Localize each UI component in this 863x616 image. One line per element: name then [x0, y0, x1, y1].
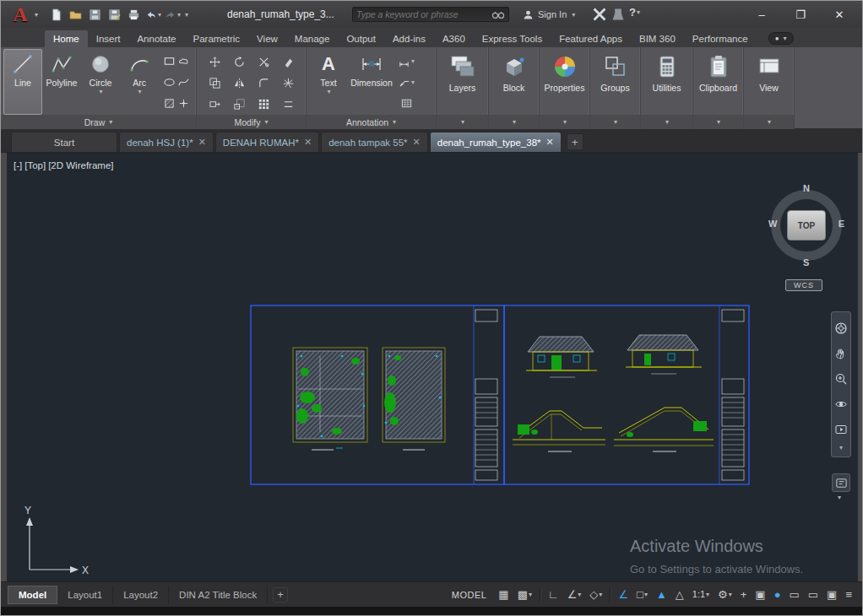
ortho-mode-button[interactable]: ∟ [545, 585, 562, 605]
stretch-icon[interactable] [203, 94, 227, 115]
ribbon-tab-parametric[interactable]: Parametric [185, 30, 249, 47]
quick-properties-button[interactable]: ▣ [752, 585, 768, 605]
ribbon-tab-add-ins[interactable]: Add-ins [384, 30, 434, 47]
pan-hand-icon[interactable] [832, 341, 850, 366]
rotate-icon[interactable] [227, 51, 252, 73]
file-tab-denah-tampak[interactable]: denah tampak 55*✕ [321, 132, 428, 152]
chevron-down-icon[interactable]: ▾ [411, 78, 415, 86]
wcs-button[interactable]: WCS [785, 279, 822, 291]
text-button[interactable]: A Text ▾ [309, 49, 348, 115]
viewcube-north[interactable]: N [803, 183, 810, 193]
block-button[interactable]: Block [495, 51, 534, 94]
ribbon-tab-express-tools[interactable]: Express Tools [474, 30, 551, 47]
search-input[interactable] [356, 9, 491, 19]
viewcube-east[interactable]: E [839, 219, 844, 229]
annotation-monitor-button[interactable]: + [737, 585, 751, 605]
polyline-button[interactable]: Polyline [42, 49, 81, 115]
offset-icon[interactable] [276, 94, 301, 115]
copy-icon[interactable] [203, 73, 227, 94]
navigation-extra-button[interactable] [832, 473, 850, 492]
rectangle-icon[interactable] [162, 51, 176, 72]
qat-customize-button[interactable]: ▾ [185, 11, 188, 19]
multileader-icon[interactable]: ▾ [398, 72, 415, 93]
ellipse-icon[interactable] [162, 72, 176, 93]
model-space-canvas[interactable]: [-] [Top] [2D Wireframe] N W E S TOP WCS… [7, 153, 858, 581]
explode-icon[interactable] [276, 73, 301, 94]
annotation-scale-button[interactable]: 1:1▾ [689, 585, 713, 605]
layout-tab-model[interactable]: Model [8, 586, 57, 604]
viewcube-south[interactable]: S [803, 257, 809, 267]
file-tab-start[interactable]: Start [11, 132, 117, 152]
help-search-box[interactable] [352, 7, 509, 22]
viewcube[interactable]: N W E S TOP [766, 185, 847, 266]
sign-in-button[interactable]: Sign In ▾ [523, 6, 575, 23]
table-icon[interactable] [398, 93, 415, 114]
autodesk-apps-button[interactable] [611, 8, 626, 21]
annotation-panel-expander[interactable]: Annotation ▾ [307, 115, 436, 129]
circle-button[interactable]: Circle ▾ [81, 49, 120, 115]
zoom-icon[interactable] [832, 366, 850, 392]
binoculars-search-icon[interactable] [491, 10, 505, 19]
ribbon-tab-output[interactable]: Output [338, 30, 384, 47]
utilities-panel-expander[interactable]: ▾ [641, 115, 692, 129]
orbit-icon[interactable] [832, 392, 850, 417]
properties-panel-expander[interactable]: ▾ [540, 115, 589, 129]
viewcube-west[interactable]: W [768, 219, 777, 229]
chevron-down-icon[interactable]: ▾ [599, 591, 602, 598]
help-button[interactable]: ? ▾ [629, 6, 640, 19]
linear-dimension-icon[interactable]: ▾ [398, 51, 415, 72]
object-snap-button[interactable]: □▾ [633, 585, 651, 605]
isometric-drafting-button[interactable]: ◇▾ [586, 585, 605, 605]
file-tab-denah-rumah-type-38[interactable]: denah_rumah_type_38*✕ [430, 132, 562, 152]
point-icon[interactable] [176, 93, 191, 114]
grid-display-button[interactable]: ▦ [495, 585, 512, 605]
layers-panel-expander[interactable]: ▾ [437, 115, 488, 129]
ucs-icon[interactable]: Y X [11, 505, 95, 576]
polar-tracking-button[interactable]: ∠▾ [564, 585, 585, 605]
chevron-down-icon[interactable]: ▾ [729, 591, 732, 598]
clipboard-button[interactable]: Clipboard [699, 51, 738, 94]
view-panel-expander[interactable]: ▾ [744, 115, 794, 129]
workspace-switching-button[interactable]: ⚙▾ [714, 585, 735, 605]
save-as-button[interactable] [106, 7, 122, 22]
open-button[interactable] [68, 7, 84, 22]
chevron-down-icon[interactable]: ▾ [327, 88, 330, 95]
layout-tab-din-a2[interactable]: DIN A2 Title Block [169, 586, 268, 604]
ribbon-tab-a360[interactable]: A360 [434, 30, 474, 47]
graphics-performance-button[interactable]: ▭ [786, 585, 803, 605]
model-space-toggle[interactable]: MODEL [445, 590, 494, 600]
annotation-autoscale-button[interactable]: △ [672, 585, 687, 605]
new-drawing-tab-button[interactable]: + [567, 133, 583, 150]
revision-cloud-icon[interactable] [176, 51, 191, 72]
line-button[interactable]: Line [3, 49, 42, 115]
utilities-button[interactable]: Utilities [648, 51, 687, 94]
save-button[interactable] [87, 7, 103, 22]
plot-details-button[interactable]: ▭ [805, 585, 822, 605]
ribbon-tab-home[interactable]: Home [45, 30, 88, 47]
hatch-icon[interactable] [162, 93, 176, 114]
chevron-down-icon[interactable]: ▾ [158, 11, 161, 19]
clean-screen-button[interactable]: ▣ [823, 585, 840, 605]
minimize-button[interactable]: – [742, 1, 781, 28]
close-button[interactable]: ✕ [820, 1, 859, 28]
snap-mode-button[interactable]: ▩▾ [514, 585, 535, 605]
ribbon-tab-manage[interactable]: Manage [286, 30, 339, 47]
move-icon[interactable] [203, 51, 227, 73]
ribbon-tab-featured-apps[interactable]: Featured Apps [551, 30, 631, 47]
chevron-down-icon[interactable]: ▾ [839, 442, 843, 453]
chevron-down-icon[interactable]: ▾ [138, 88, 141, 95]
clipboard-panel-expander[interactable]: ▾ [693, 115, 743, 129]
close-tab-icon[interactable]: ✕ [304, 137, 312, 148]
groups-button[interactable]: Groups [596, 51, 635, 94]
autocad-logo-icon[interactable]: A [8, 3, 33, 26]
object-snap-tracking-button[interactable]: ∠ [615, 585, 632, 605]
fillet-icon[interactable] [252, 73, 276, 94]
chevron-down-icon[interactable]: ▾ [35, 11, 38, 19]
customization-button[interactable]: ≡ [842, 585, 855, 605]
ribbon-tab-view[interactable]: View [248, 30, 286, 47]
arc-button[interactable]: Arc ▾ [120, 49, 159, 115]
layout-tab-layout2[interactable]: Layout2 [113, 586, 169, 604]
viewport-view-control[interactable]: [Top] [24, 160, 46, 170]
annotation-visibility-button[interactable]: ▲ [653, 585, 670, 605]
file-tab-denah-rumah[interactable]: DENAH RUMAH*✕ [215, 132, 319, 152]
